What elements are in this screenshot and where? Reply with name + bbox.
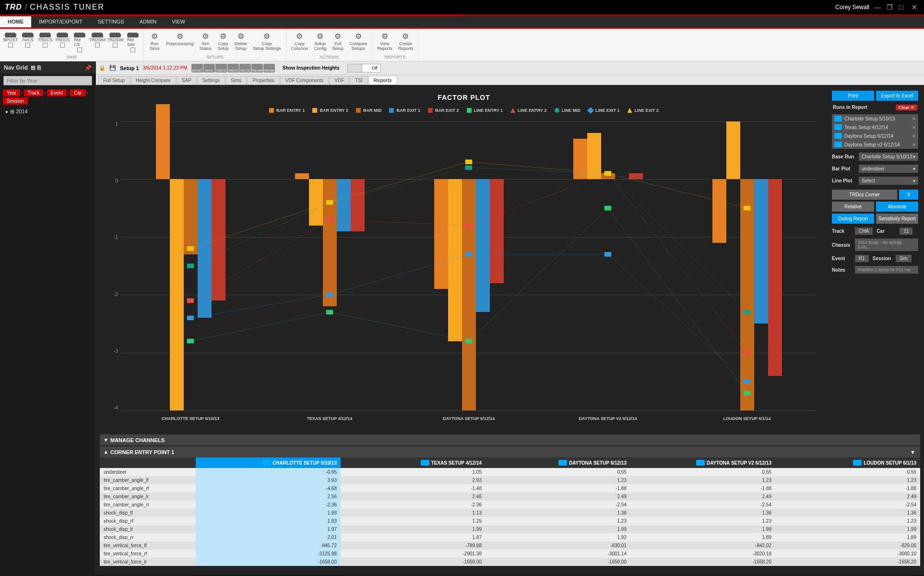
- checkbox-icon[interactable]: [8, 43, 13, 48]
- maximize-icon[interactable]: □: [899, 3, 907, 11]
- remove-run-icon[interactable]: ✕: [912, 133, 916, 139]
- track-value[interactable]: CHA: [855, 228, 873, 235]
- tab-sims[interactable]: Sims: [225, 76, 247, 85]
- ribbon-delete-setup[interactable]: ⚙DeleteSetup: [232, 30, 250, 54]
- ribbon-compare-setups[interactable]: ⚙CompareSetups: [346, 30, 370, 54]
- checkbox-icon[interactable]: [130, 48, 135, 52]
- tab-properties[interactable]: Properties: [247, 76, 280, 85]
- table-row[interactable]: tire_camber_angle_lf3.932.931.231.231.23: [100, 476, 920, 484]
- mini-avcs[interactable]: AVCS: [203, 64, 215, 72]
- table-header-cell[interactable]: DAYTONA SETUP 6/12/13: [486, 457, 630, 468]
- checkbox-icon[interactable]: [77, 48, 82, 52]
- remove-run-icon[interactable]: ✕: [912, 116, 916, 121]
- ribbon-full-setup[interactable]: ⚙FullSetup: [329, 30, 346, 54]
- chassis-value[interactable]: 2014 Body - 4in splHgt, 8.00...: [855, 239, 918, 251]
- checkbox-icon[interactable]: [25, 43, 30, 48]
- legend-line-entry-2[interactable]: LINE ENTRY 2: [510, 108, 547, 113]
- checkbox-icon[interactable]: [113, 43, 118, 48]
- run-item[interactable]: Daytona Setup 6/12/14✕: [832, 132, 918, 140]
- tab-tsi[interactable]: TSI: [350, 76, 368, 85]
- mini-trdsim[interactable]: TRDSIM: [251, 64, 263, 72]
- mini-bpost[interactable]: BPOST: [191, 64, 203, 72]
- table-row[interactable]: tire_camber_angle_rf-4.68-1.48-1.88-1.88…: [100, 484, 920, 492]
- sim-trdsim[interactable]: TRDSIM: [107, 30, 125, 54]
- table-row[interactable]: tire_camber_angle_rr-2.36-2.36-2.54-2.54…: [100, 501, 920, 509]
- table-row[interactable]: tire_vertical_force_lf-845.72-789.88-830…: [100, 541, 920, 550]
- table-row[interactable]: tire_vertical_force_lr-1658.00-1658.00-1…: [100, 558, 920, 566]
- close-icon[interactable]: ✕: [912, 3, 919, 11]
- tab-settings[interactable]: Settings: [197, 76, 225, 85]
- minimize-icon[interactable]: —: [874, 3, 882, 11]
- trdcs-corner-button[interactable]: TRDcs Corner: [832, 190, 897, 200]
- run-item[interactable]: Charlotte Setup 5/10/13✕: [832, 114, 918, 123]
- absolute-button[interactable]: Absolute: [876, 202, 918, 212]
- crumb-year[interactable]: Year: [3, 89, 20, 96]
- print-button[interactable]: Print: [832, 91, 874, 101]
- menu-home[interactable]: HOME: [0, 16, 31, 27]
- legend-bar-mid[interactable]: BAR MID: [356, 108, 382, 113]
- ribbon-copy-setup-settings[interactable]: ⚙CopySetup Settings: [250, 30, 284, 54]
- manage-channels-header[interactable]: ▾MANAGE CHANNELS: [100, 434, 920, 445]
- ribbon-sim-status[interactable]: ⚙SimStatus: [197, 30, 215, 54]
- legend-line-entry-1[interactable]: LINE ENTRY 1: [467, 108, 503, 113]
- remove-run-icon[interactable]: ✕: [912, 142, 916, 147]
- sim-rm sim[interactable]: RM SIM: [124, 30, 142, 54]
- table-row[interactable]: understeer-0.951.050.550.550.55: [100, 468, 920, 476]
- tree-item-year[interactable]: ▸ ⊞ 2014: [0, 107, 95, 117]
- crumb-session[interactable]: Session: [3, 97, 28, 105]
- sim-bpost[interactable]: BPOST: [2, 30, 19, 54]
- line-plot-select[interactable]: Select▾: [859, 177, 918, 185]
- ribbon-copy-columns[interactable]: ⚙CopyColumns: [288, 30, 311, 54]
- menu-settings[interactable]: SETTINGS: [90, 16, 132, 27]
- table-header-cell[interactable]: [100, 457, 196, 468]
- car-value[interactable]: 11: [900, 228, 912, 235]
- menu-admin[interactable]: ADMIN: [132, 16, 164, 27]
- checkbox-icon[interactable]: [60, 43, 65, 48]
- table-header-cell[interactable]: CHARLOTTE SETUP 5/10/13: [196, 457, 341, 468]
- run-item[interactable]: Daytona Setup v2 6/12/14✕: [832, 140, 918, 149]
- sim-trdcs[interactable]: TRDCS: [54, 30, 71, 54]
- tab-full-setup[interactable]: Full Setup: [98, 76, 130, 85]
- table-header-cell[interactable]: DAYTONA SETUP V2 6/12/13: [630, 457, 775, 468]
- base-run-select[interactable]: Charlotte Setup 5/10/13▾: [859, 153, 918, 161]
- table-row[interactable]: tire_vertical_force_rf-3125.98-2901.38-3…: [100, 550, 920, 558]
- sim-trdsim[interactable]: TRDSIM: [88, 30, 107, 54]
- relative-button[interactable]: Relative: [832, 202, 874, 212]
- mini-trdcs[interactable]: TRDCS: [215, 64, 227, 72]
- table-header-cell[interactable]: LOUDON SETUP 6/1/13: [775, 457, 920, 468]
- filter-year-input[interactable]: [3, 76, 92, 85]
- legend-line-exit-2[interactable]: LINE EXIT 2: [628, 108, 659, 113]
- export-excel-button[interactable]: Export to Excel: [876, 91, 918, 101]
- table-header-cell[interactable]: TEXAS SETUP 4/12/14: [341, 457, 486, 468]
- menu-import-export[interactable]: IMPORT/EXPORT: [31, 16, 90, 27]
- outing-report-button[interactable]: Outing Report: [832, 214, 874, 224]
- checkbox-icon[interactable]: [95, 43, 100, 48]
- bar-plot-select[interactable]: understeer▾: [859, 165, 918, 173]
- filter-icon[interactable]: ▼: [910, 449, 915, 455]
- notes-value[interactable]: Practice 1 setup for #11 car.: [855, 266, 918, 274]
- remove-run-icon[interactable]: ✕: [912, 125, 916, 130]
- tab-vdf-components[interactable]: VDF Components: [280, 76, 329, 85]
- table-row[interactable]: tire_camber_angle_lr2.562.462.492.492.49: [100, 492, 920, 501]
- tab-reports[interactable]: Reports: [368, 76, 397, 85]
- pin-icon[interactable]: 📌: [85, 65, 92, 71]
- sim-trdcs[interactable]: TRDCS: [36, 30, 54, 54]
- grid-icon[interactable]: ⊞: [31, 64, 36, 71]
- inspection-toggle[interactable]: Off: [347, 64, 381, 72]
- save-icon[interactable]: 💾: [109, 65, 116, 71]
- ribbon-create-reports[interactable]: ⚙CreateReports: [395, 30, 416, 54]
- table-row[interactable]: shock_disp_rf1.831.251.231.231.23: [100, 517, 920, 525]
- ribbon-preprocessing-[interactable]: ⚙Preprocessing: [163, 30, 197, 54]
- mini-rm cs[interactable]: RM CS: [239, 64, 251, 72]
- event-value[interactable]: R1: [855, 255, 869, 262]
- sim-rm cs[interactable]: RM CS: [71, 30, 88, 54]
- copy-icon[interactable]: ⎘: [37, 64, 41, 71]
- table-row[interactable]: shock_disp_rr2.011.871.921.891.89: [100, 533, 920, 541]
- ii-button[interactable]: II: [899, 190, 918, 200]
- legend-line-exit-1[interactable]: LINE EXIT 1: [588, 108, 620, 113]
- menu-view[interactable]: VIEW: [164, 16, 193, 27]
- corner-entry-header[interactable]: ▴CORNER ENTRY POINT 1▼: [100, 446, 920, 457]
- table-row[interactable]: shock_disp_lr1.971.991.991.991.99: [100, 525, 920, 533]
- session-value[interactable]: Sim: [896, 255, 912, 262]
- legend-bar-entry-1[interactable]: BAR ENTRY 1: [269, 108, 305, 113]
